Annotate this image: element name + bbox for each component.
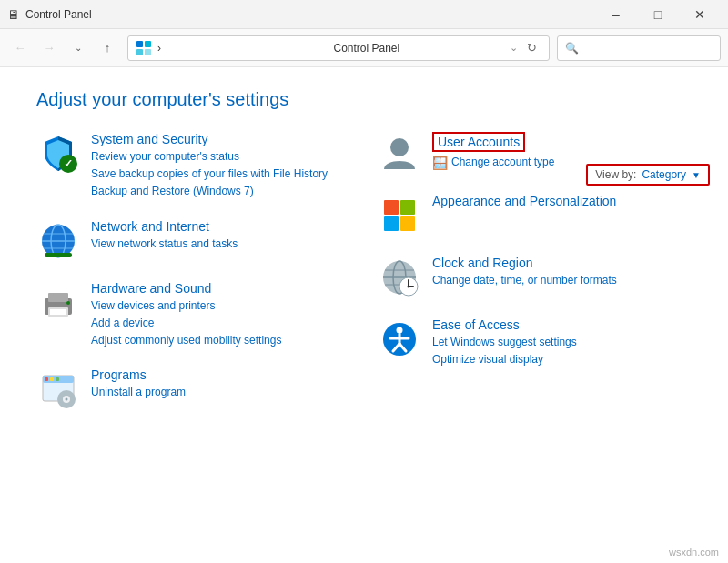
clock-region-info: Clock and Region Change date, time, or n… [432, 256, 692, 289]
system-security-item: ✓ System and Security Review your comput… [36, 132, 350, 201]
clock-region-item: Clock and Region Change date, time, or n… [378, 256, 692, 299]
programs-link-1[interactable]: Uninstall a program [91, 384, 350, 401]
svg-point-25 [390, 138, 409, 156]
maximize-button[interactable]: □ [637, 0, 679, 29]
left-column: ✓ System and Security Review your comput… [36, 132, 350, 429]
network-internet-title[interactable]: Network and Internet [91, 219, 350, 234]
appearance-personalization-item: Appearance and Personalization [378, 194, 692, 237]
svg-rect-29 [400, 216, 415, 231]
address-text: Control Panel [334, 42, 511, 55]
clock-region-title[interactable]: Clock and Region [432, 256, 692, 270]
hardware-sound-info: Hardware and Sound View devices and prin… [91, 281, 350, 350]
dropdown-button[interactable]: ⌄ [66, 35, 91, 61]
hardware-sound-icon [36, 281, 80, 325]
view-by-label: View by: [595, 168, 636, 181]
svg-rect-0 [136, 41, 143, 47]
hardware-sound-link-3[interactable]: Adjust commonly used mobility settings [91, 332, 350, 349]
view-by-chevron-icon: ▼ [692, 170, 701, 180]
appearance-personalization-icon [378, 194, 421, 237]
svg-rect-11 [45, 253, 72, 257]
svg-point-24 [66, 398, 68, 401]
address-separator: › [157, 42, 334, 55]
ease-of-access-item: Ease of Access Let Windows suggest setti… [378, 317, 692, 368]
main-content: Adjust your computer's settings View by:… [0, 67, 728, 451]
programs-item: Programs Uninstall a program [36, 367, 350, 411]
hardware-sound-title[interactable]: Hardware and Sound [91, 281, 350, 296]
svg-point-40 [397, 327, 403, 334]
change-account-windows-icon: 🪟 [432, 156, 448, 170]
svg-rect-19 [45, 377, 48, 381]
address-chevron: ⌄ [510, 42, 518, 54]
programs-info: Programs Uninstall a program [91, 367, 350, 401]
minimize-button[interactable]: – [595, 0, 637, 29]
forward-button[interactable]: → [36, 35, 62, 61]
svg-rect-2 [136, 49, 143, 55]
system-security-title[interactable]: System and Security [91, 132, 350, 146]
user-accounts-icon [378, 132, 421, 176]
search-input[interactable] [565, 42, 713, 55]
svg-point-15 [66, 301, 70, 305]
svg-rect-28 [384, 216, 399, 231]
system-security-icon: ✓ [36, 132, 80, 176]
watermark: wsxdn.com [669, 547, 719, 558]
user-accounts-link-1[interactable]: Change account type [451, 154, 554, 171]
clock-region-link-1[interactable]: Change date, time, or number formats [432, 272, 692, 289]
network-internet-info: Network and Internet View network status… [91, 219, 350, 253]
ease-of-access-info: Ease of Access Let Windows suggest setti… [432, 317, 692, 368]
title-bar: 🖥 Control Panel – □ ✕ [0, 0, 728, 29]
page-title: Adjust your computer's settings [36, 89, 288, 110]
view-by-selector[interactable]: View by: Category ▼ [586, 164, 710, 186]
close-button[interactable]: ✕ [679, 0, 721, 29]
network-internet-icon [36, 219, 80, 263]
window-title: Control Panel [25, 8, 92, 21]
svg-rect-20 [50, 377, 54, 381]
address-icon [136, 40, 152, 56]
svg-rect-26 [384, 200, 399, 215]
svg-rect-27 [400, 200, 415, 215]
ease-of-access-link-2[interactable]: Optimize visual display [432, 351, 692, 368]
app-icon: 🖥 [7, 7, 20, 22]
svg-rect-16 [50, 309, 66, 315]
clock-region-icon [378, 256, 421, 299]
network-internet-link-1[interactable]: View network status and tasks [91, 236, 350, 253]
address-bar[interactable]: › Control Panel ⌄ ↻ [127, 35, 550, 61]
refresh-button[interactable]: ↻ [521, 38, 541, 58]
ease-of-access-title[interactable]: Ease of Access [432, 317, 692, 332]
appearance-personalization-info: Appearance and Personalization [432, 194, 692, 210]
system-security-link-3[interactable]: Backup and Restore (Windows 7) [91, 183, 350, 200]
svg-point-38 [408, 286, 410, 288]
hardware-sound-link-1[interactable]: View devices and printers [91, 297, 350, 315]
ease-of-access-icon [378, 317, 421, 361]
user-accounts-title[interactable]: User Accounts [432, 132, 525, 152]
hardware-sound-link-2[interactable]: Add a device [91, 315, 350, 332]
svg-rect-3 [145, 49, 151, 55]
svg-rect-13 [48, 293, 68, 302]
up-button[interactable]: ↑ [95, 35, 120, 61]
system-security-link-1[interactable]: Review your computer's status [91, 148, 350, 166]
system-security-info: System and Security Review your computer… [91, 132, 350, 201]
view-by-value: Category [642, 168, 686, 181]
search-box[interactable] [557, 35, 721, 61]
svg-rect-1 [145, 41, 151, 47]
svg-text:✓: ✓ [64, 157, 73, 170]
hardware-sound-item: Hardware and Sound View devices and prin… [36, 281, 350, 350]
appearance-personalization-title[interactable]: Appearance and Personalization [432, 194, 692, 208]
programs-icon [36, 367, 80, 411]
nav-bar: ← → ⌄ ↑ › Control Panel ⌄ ↻ [0, 29, 728, 67]
ease-of-access-link-1[interactable]: Let Windows suggest settings [432, 334, 692, 351]
back-button[interactable]: ← [7, 35, 33, 61]
svg-rect-21 [56, 377, 59, 381]
programs-title[interactable]: Programs [91, 367, 350, 382]
title-bar-left: 🖥 Control Panel [7, 7, 92, 22]
system-security-link-2[interactable]: Save backup copies of your files with Fi… [91, 166, 350, 183]
network-internet-item: Network and Internet View network status… [36, 219, 350, 263]
title-bar-controls: – □ ✕ [595, 0, 721, 29]
